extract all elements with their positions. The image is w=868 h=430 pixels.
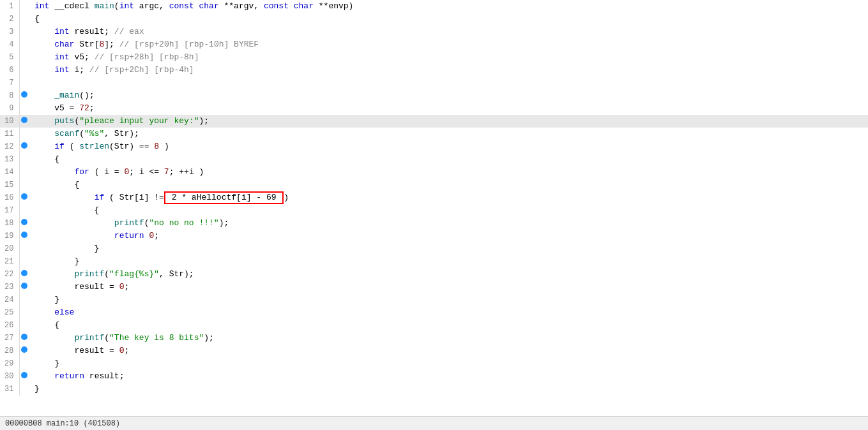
breakpoint-indicator[interactable] — [19, 0, 29, 13]
plain-token: { — [34, 205, 99, 215]
breakpoint-indicator[interactable] — [19, 26, 29, 38]
plain-token: ); — [204, 333, 214, 343]
kw-token: char — [294, 1, 314, 11]
breakpoint-indicator[interactable] — [19, 268, 29, 281]
table-row: 5 int v5; // [rsp+28h] [rbp-8h] — [0, 51, 868, 64]
breakpoint-indicator[interactable] — [19, 217, 29, 230]
plain-token: __cdecl — [49, 1, 94, 11]
breakpoint-indicator[interactable] — [19, 51, 29, 64]
breakpoint-indicator[interactable] — [19, 77, 29, 89]
plain-token: , Str); — [104, 129, 139, 138]
plain-token: ; — [124, 346, 129, 355]
plain-token — [34, 193, 95, 202]
breakpoint-indicator[interactable] — [19, 38, 29, 51]
breakpoint-indicator[interactable] — [19, 128, 29, 140]
plain-token: ( — [114, 1, 119, 11]
plain-token — [34, 167, 74, 177]
status-text: 00000B08 main:10 (401508) — [5, 419, 120, 428]
line-number: 6 — [0, 64, 19, 77]
breakpoint-indicator[interactable] — [19, 306, 29, 319]
plain-token: { — [34, 14, 40, 24]
breakpoint-indicator[interactable] — [19, 242, 29, 255]
breakpoint-indicator[interactable] — [19, 153, 29, 166]
line-number: 16 — [0, 191, 19, 204]
table-row: 11 scanf("%s", Str); — [0, 128, 868, 140]
table-row: 23 result = 0; — [0, 281, 868, 293]
breakpoint-indicator[interactable] — [19, 166, 29, 179]
fn-token: printf — [114, 218, 144, 228]
line-number: 14 — [0, 166, 19, 179]
breakpoint-indicator[interactable] — [19, 255, 29, 268]
fn-token: _main — [54, 91, 79, 100]
line-number: 9 — [0, 102, 19, 115]
breakpoint-indicator[interactable] — [19, 319, 29, 332]
str-token: "%s" — [84, 129, 104, 138]
code-area[interactable]: 1int __cdecl main(int argc, const char *… — [0, 0, 868, 416]
breakpoint-indicator[interactable] — [19, 345, 29, 357]
line-number: 19 — [0, 230, 19, 242]
plain-token: result; — [84, 371, 124, 381]
breakpoint-indicator[interactable] — [19, 293, 29, 306]
line-number: 20 — [0, 242, 19, 255]
fn-token: main — [95, 1, 114, 11]
table-row: 29 } — [0, 357, 868, 370]
breakpoint-indicator[interactable] — [19, 64, 29, 77]
fn-token: scanf — [54, 129, 79, 138]
breakpoint-indicator[interactable] — [19, 204, 29, 217]
breakpoint-indicator[interactable] — [19, 191, 29, 204]
cmt-token: // [rsp+20h] [rbp-10h] BYREF — [119, 40, 259, 49]
breakpoint-indicator[interactable] — [19, 370, 29, 383]
breakpoint-dot — [21, 219, 27, 225]
str-token: "flag{%s}" — [109, 269, 159, 279]
plain-token — [34, 142, 54, 151]
plain-token: argc, — [134, 1, 169, 11]
kw-token: char — [54, 40, 74, 49]
breakpoint-indicator[interactable] — [19, 102, 29, 115]
breakpoint-indicator[interactable] — [19, 357, 29, 370]
line-number: 30 — [0, 370, 19, 383]
breakpoint-indicator[interactable] — [19, 230, 29, 242]
line-number: 27 — [0, 332, 19, 345]
breakpoint-indicator[interactable] — [19, 13, 29, 26]
plain-token: { — [34, 154, 59, 164]
plain-token: ( — [79, 129, 84, 138]
code-line: } — [29, 255, 868, 268]
breakpoint-indicator[interactable] — [19, 332, 29, 345]
num-token: 8 — [154, 142, 159, 151]
code-line: v5 = 72; — [29, 102, 868, 115]
code-line: printf("flag{%s}", Str); — [29, 268, 868, 281]
line-number: 25 — [0, 306, 19, 319]
table-row: 25 else — [0, 306, 868, 319]
breakpoint-indicator[interactable] — [19, 281, 29, 293]
plain-token — [289, 1, 294, 11]
plain-token — [34, 129, 54, 138]
line-number: 2 — [0, 13, 19, 26]
plain-token: ; — [154, 231, 159, 241]
breakpoint-indicator[interactable] — [19, 140, 29, 153]
plain-token: v5 = — [34, 103, 79, 113]
line-number: 17 — [0, 204, 19, 217]
line-number: 28 — [0, 345, 19, 357]
plain-token: ); — [219, 218, 229, 228]
line-number: 29 — [0, 357, 19, 370]
code-line: else — [29, 306, 868, 319]
plain-token: ( — [65, 142, 79, 151]
cmt-token: // [rsp+2Ch] [rbp-4h] — [89, 65, 194, 75]
code-line: printf("no no no !!!"); — [29, 217, 868, 230]
plain-token: } — [34, 295, 59, 304]
breakpoint-indicator[interactable] — [19, 179, 29, 191]
breakpoint-indicator[interactable] — [19, 383, 29, 396]
table-row: 1int __cdecl main(int argc, const char *… — [0, 0, 868, 13]
plain-token: ); — [199, 116, 209, 126]
plain-token: ( — [104, 269, 109, 279]
code-line — [29, 77, 868, 89]
table-row: 30 return result; — [0, 370, 868, 383]
code-line: puts("pleace input your key:"); — [29, 115, 868, 128]
breakpoint-indicator[interactable] — [19, 89, 29, 102]
breakpoint-indicator[interactable] — [19, 115, 29, 128]
plain-token: } — [34, 256, 79, 266]
fn-token: printf — [74, 269, 104, 279]
line-number: 24 — [0, 293, 19, 306]
line-number: 11 — [0, 128, 19, 140]
line-number: 13 — [0, 153, 19, 166]
